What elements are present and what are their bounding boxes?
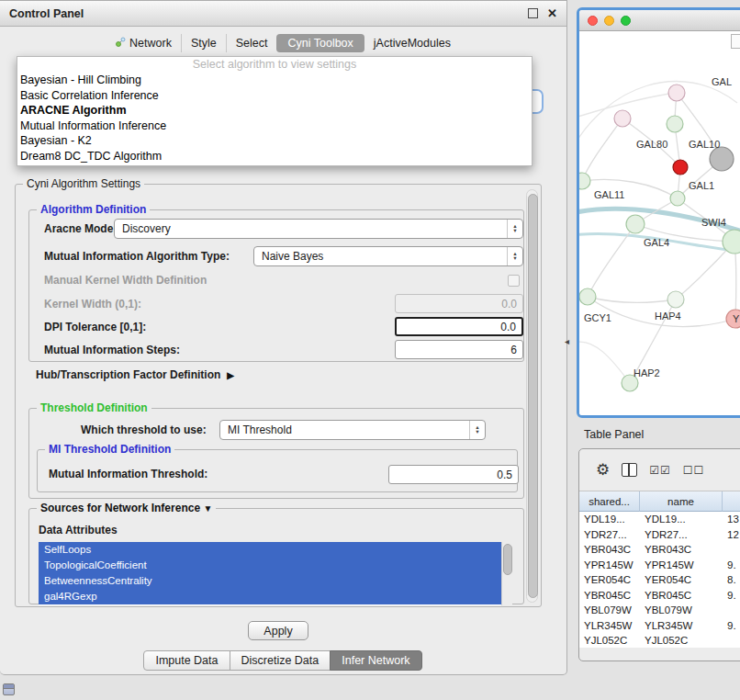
settings-scrollbar[interactable] xyxy=(526,189,538,603)
expanded-arrow-icon: ▼ xyxy=(203,503,212,514)
select-all-icon[interactable]: ☑☑ xyxy=(649,464,671,477)
aracne-mode-combobox[interactable]: Discovery ▲▼ xyxy=(114,219,523,239)
column-header-shared-name[interactable]: shared... xyxy=(579,491,640,512)
cell xyxy=(723,603,740,618)
tab-label: Cyni Toolbox xyxy=(287,37,353,50)
combobox-value: Discovery xyxy=(115,222,507,235)
graph-node[interactable] xyxy=(626,215,645,233)
tab-impute-data[interactable]: Impute Data xyxy=(143,650,230,671)
graph-node-label: SWI4 xyxy=(701,217,726,228)
close-icon[interactable]: ✕ xyxy=(547,6,557,20)
tab-jactivemodules[interactable]: jActiveModules xyxy=(364,34,460,52)
mi-threshold-definition-title: MI Threshold Definition xyxy=(45,443,174,456)
attribute-item[interactable]: SelfLoops xyxy=(39,542,501,558)
graph-node-label: GAL10 xyxy=(689,139,720,150)
mi-algorithm-type-combobox[interactable]: Naive Bayes ▲▼ xyxy=(253,246,523,266)
cell: 9. xyxy=(723,588,740,604)
tab-network[interactable]: Network xyxy=(107,34,181,52)
attribute-item[interactable]: gal4RGexp xyxy=(39,589,501,604)
combobox-arrows-icon: ▲▼ xyxy=(507,220,522,238)
combobox-arrows-icon: ▲▼ xyxy=(507,247,522,265)
scrollbar-thumb[interactable] xyxy=(503,544,512,575)
panel-splitter-handle[interactable]: ◂ xyxy=(565,336,569,346)
table-row[interactable]: YLR345WYLR345W9. xyxy=(579,618,740,634)
scrollbar-thumb[interactable] xyxy=(528,194,538,598)
table-row[interactable]: YBL079WYBL079W xyxy=(579,603,740,618)
tab-style[interactable]: Style xyxy=(181,34,226,52)
attribute-item[interactable]: BetweennessCentrality xyxy=(39,573,501,589)
graph-node[interactable] xyxy=(614,110,631,127)
table-row[interactable]: YJL052CYJL052C xyxy=(579,633,740,649)
attributes-scrollbar[interactable] xyxy=(501,542,512,605)
mi-threshold-definition-group: MI Threshold Definition Mutual Informati… xyxy=(37,449,518,492)
mi-steps-field[interactable]: 6 xyxy=(395,340,523,359)
mi-steps-label: Mutual Information Steps: xyxy=(44,344,180,356)
graph-node[interactable] xyxy=(668,85,685,101)
graph-node-label: Y xyxy=(733,313,740,324)
traffic-light-zoom[interactable] xyxy=(621,16,631,26)
threshold-definition-title: Threshold Definition xyxy=(37,401,151,414)
tab-select[interactable]: Select xyxy=(226,34,277,52)
cyni-algorithm-settings-group: Cyni Algorithm Settings Algorithm Defini… xyxy=(15,184,542,607)
mi-threshold-field[interactable]: 0.5 xyxy=(388,465,519,484)
cell: 13 xyxy=(723,512,740,527)
dropdown-item[interactable]: Basic Correlation Inference xyxy=(17,88,532,104)
column-header-name[interactable]: name xyxy=(640,491,723,512)
table-row[interactable]: YPR145WYPR145W9. xyxy=(579,558,740,573)
network-tab-icon xyxy=(116,37,126,50)
dropdown-item[interactable]: Bayesian - K2 xyxy=(17,133,532,149)
dropdown-item[interactable]: Bayesian - Hill Climbing xyxy=(17,73,532,88)
float-window-icon[interactable] xyxy=(528,8,538,18)
deselect-all-icon[interactable]: ☐☐ xyxy=(683,464,705,477)
collapsed-arrow-icon: ▶ xyxy=(227,370,234,380)
graph-node[interactable] xyxy=(579,288,596,305)
kernel-width-field[interactable]: 0.0 xyxy=(395,294,523,313)
table-row[interactable]: YER054CYER054C8. xyxy=(579,572,740,588)
graph-node[interactable] xyxy=(710,147,734,171)
cell: YBL079W xyxy=(640,603,723,618)
manual-kernel-checkbox[interactable] xyxy=(508,275,520,287)
attribute-item[interactable]: TopologicalCoefficient xyxy=(39,558,501,573)
manual-kernel-label: Manual Kernel Width Definition xyxy=(44,274,207,287)
tab-infer-network[interactable]: Infer Network xyxy=(330,650,421,671)
tab-label: Select xyxy=(236,37,268,50)
dpi-tolerance-field[interactable]: 0.0 xyxy=(395,317,523,336)
graph-node[interactable] xyxy=(579,173,590,189)
table-row[interactable]: YDL19...YDL19...13 xyxy=(579,512,740,527)
sources-group-title[interactable]: Sources for Network Inference ▼ xyxy=(37,502,216,514)
table-row[interactable]: YDR27...YDR27...12 xyxy=(579,527,740,543)
control-panel-title: Control Panel xyxy=(9,7,528,20)
dropdown-item[interactable]: Mutual Information Inference xyxy=(17,119,532,134)
gear-icon[interactable]: ⚙ xyxy=(596,460,610,480)
network-canvas[interactable]: GALGAL80GAL10GAL11GAL1SWI4GAL4GCY1HAP4HA… xyxy=(579,31,740,418)
dropdown-item[interactable]: Dream8 DC_TDC Algorithm xyxy=(17,149,532,164)
combobox-value: Naive Bayes xyxy=(254,250,507,263)
cell: YDL19... xyxy=(579,512,640,527)
hub-definition-expander[interactable]: Hub/Transcription Factor Definition ▶ xyxy=(36,368,234,381)
field-value: 0.5 xyxy=(497,469,512,481)
traffic-light-minimize[interactable] xyxy=(604,16,614,26)
aracne-mode-label: Aracne Mode: xyxy=(44,222,117,235)
graph-node[interactable] xyxy=(667,116,683,132)
table-toolbar: ⚙ ☑☑ ☐☐ xyxy=(579,449,740,491)
graph-node[interactable] xyxy=(670,191,685,206)
which-threshold-combobox[interactable]: MI Threshold ▲▼ xyxy=(219,420,486,440)
table-row[interactable]: YBR043CYBR043C xyxy=(579,542,740,558)
apply-button[interactable]: Apply xyxy=(248,621,308,640)
tab-discretize-data[interactable]: Discretize Data xyxy=(230,650,331,671)
columns-icon[interactable] xyxy=(622,463,637,477)
canvas-overview-widget[interactable] xyxy=(731,34,740,49)
tab-cyni-toolbox[interactable]: Cyni Toolbox xyxy=(276,34,364,52)
graph-node[interactable] xyxy=(667,291,684,308)
table-row[interactable]: YBR045CYBR045C9. xyxy=(579,588,740,604)
column-header[interactable] xyxy=(723,491,740,512)
dropdown-item-selected[interactable]: ARACNE Algorithm xyxy=(17,103,532,119)
graph-node[interactable] xyxy=(673,160,688,175)
traffic-light-close[interactable] xyxy=(588,16,598,26)
mi-algorithm-type-label: Mutual Information Algorithm Type: xyxy=(44,250,230,263)
minimized-panel-icon[interactable] xyxy=(3,683,15,695)
cell: YER054C xyxy=(640,572,723,588)
threshold-definition-group: Threshold Definition Which threshold to … xyxy=(28,408,524,499)
sources-title-label: Sources for Network Inference xyxy=(40,502,200,514)
data-attributes-list: SelfLoops TopologicalCoefficient Between… xyxy=(39,542,512,605)
